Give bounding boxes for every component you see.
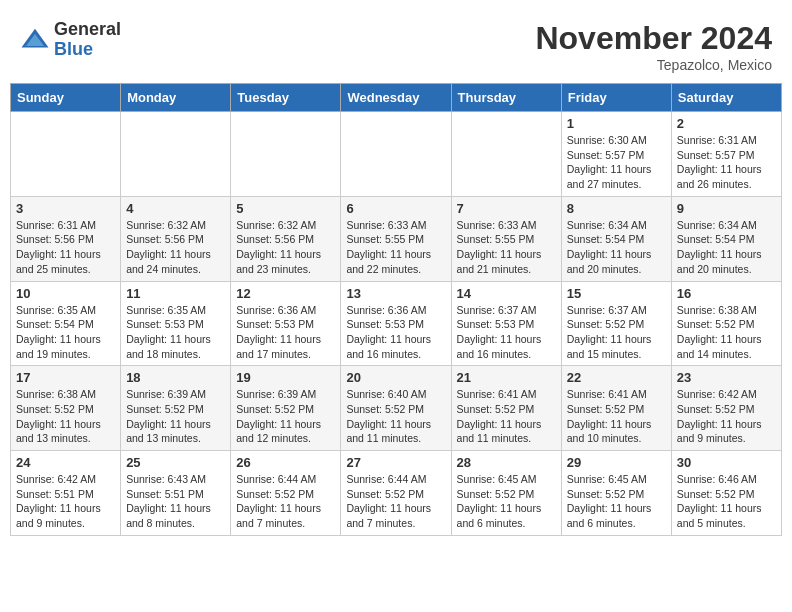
logo-text: General Blue <box>54 20 121 60</box>
calendar-week-row: 10Sunrise: 6:35 AM Sunset: 5:54 PM Dayli… <box>11 281 782 366</box>
weekday-header: Sunday <box>11 84 121 112</box>
day-number: 9 <box>677 201 776 216</box>
day-info: Sunrise: 6:43 AM Sunset: 5:51 PM Dayligh… <box>126 472 225 531</box>
day-info: Sunrise: 6:31 AM Sunset: 5:56 PM Dayligh… <box>16 218 115 277</box>
day-number: 29 <box>567 455 666 470</box>
calendar-cell: 30Sunrise: 6:46 AM Sunset: 5:52 PM Dayli… <box>671 451 781 536</box>
day-info: Sunrise: 6:41 AM Sunset: 5:52 PM Dayligh… <box>457 387 556 446</box>
weekday-header: Tuesday <box>231 84 341 112</box>
calendar-cell: 1Sunrise: 6:30 AM Sunset: 5:57 PM Daylig… <box>561 112 671 197</box>
day-info: Sunrise: 6:42 AM Sunset: 5:52 PM Dayligh… <box>677 387 776 446</box>
day-number: 16 <box>677 286 776 301</box>
day-info: Sunrise: 6:34 AM Sunset: 5:54 PM Dayligh… <box>567 218 666 277</box>
calendar-week-row: 1Sunrise: 6:30 AM Sunset: 5:57 PM Daylig… <box>11 112 782 197</box>
day-info: Sunrise: 6:32 AM Sunset: 5:56 PM Dayligh… <box>126 218 225 277</box>
calendar-cell: 20Sunrise: 6:40 AM Sunset: 5:52 PM Dayli… <box>341 366 451 451</box>
day-number: 19 <box>236 370 335 385</box>
day-info: Sunrise: 6:46 AM Sunset: 5:52 PM Dayligh… <box>677 472 776 531</box>
day-info: Sunrise: 6:37 AM Sunset: 5:52 PM Dayligh… <box>567 303 666 362</box>
calendar-cell: 28Sunrise: 6:45 AM Sunset: 5:52 PM Dayli… <box>451 451 561 536</box>
month-title: November 2024 <box>535 20 772 57</box>
weekday-header: Saturday <box>671 84 781 112</box>
weekday-header: Monday <box>121 84 231 112</box>
day-number: 25 <box>126 455 225 470</box>
day-number: 24 <box>16 455 115 470</box>
calendar-cell: 2Sunrise: 6:31 AM Sunset: 5:57 PM Daylig… <box>671 112 781 197</box>
day-info: Sunrise: 6:45 AM Sunset: 5:52 PM Dayligh… <box>567 472 666 531</box>
day-number: 12 <box>236 286 335 301</box>
weekday-header: Friday <box>561 84 671 112</box>
day-info: Sunrise: 6:42 AM Sunset: 5:51 PM Dayligh… <box>16 472 115 531</box>
day-info: Sunrise: 6:38 AM Sunset: 5:52 PM Dayligh… <box>677 303 776 362</box>
logo: General Blue <box>20 20 121 60</box>
day-info: Sunrise: 6:31 AM Sunset: 5:57 PM Dayligh… <box>677 133 776 192</box>
calendar-cell: 22Sunrise: 6:41 AM Sunset: 5:52 PM Dayli… <box>561 366 671 451</box>
calendar-week-row: 3Sunrise: 6:31 AM Sunset: 5:56 PM Daylig… <box>11 196 782 281</box>
calendar-cell: 9Sunrise: 6:34 AM Sunset: 5:54 PM Daylig… <box>671 196 781 281</box>
day-info: Sunrise: 6:41 AM Sunset: 5:52 PM Dayligh… <box>567 387 666 446</box>
calendar-cell: 21Sunrise: 6:41 AM Sunset: 5:52 PM Dayli… <box>451 366 561 451</box>
calendar-cell <box>121 112 231 197</box>
day-info: Sunrise: 6:33 AM Sunset: 5:55 PM Dayligh… <box>457 218 556 277</box>
calendar-cell: 17Sunrise: 6:38 AM Sunset: 5:52 PM Dayli… <box>11 366 121 451</box>
day-info: Sunrise: 6:33 AM Sunset: 5:55 PM Dayligh… <box>346 218 445 277</box>
day-info: Sunrise: 6:39 AM Sunset: 5:52 PM Dayligh… <box>236 387 335 446</box>
logo-blue: Blue <box>54 40 121 60</box>
calendar-cell: 7Sunrise: 6:33 AM Sunset: 5:55 PM Daylig… <box>451 196 561 281</box>
day-number: 20 <box>346 370 445 385</box>
day-number: 7 <box>457 201 556 216</box>
day-info: Sunrise: 6:36 AM Sunset: 5:53 PM Dayligh… <box>236 303 335 362</box>
day-number: 5 <box>236 201 335 216</box>
day-number: 1 <box>567 116 666 131</box>
day-number: 23 <box>677 370 776 385</box>
day-number: 3 <box>16 201 115 216</box>
day-info: Sunrise: 6:35 AM Sunset: 5:53 PM Dayligh… <box>126 303 225 362</box>
calendar-cell: 12Sunrise: 6:36 AM Sunset: 5:53 PM Dayli… <box>231 281 341 366</box>
day-info: Sunrise: 6:35 AM Sunset: 5:54 PM Dayligh… <box>16 303 115 362</box>
calendar-cell: 6Sunrise: 6:33 AM Sunset: 5:55 PM Daylig… <box>341 196 451 281</box>
day-info: Sunrise: 6:34 AM Sunset: 5:54 PM Dayligh… <box>677 218 776 277</box>
day-number: 17 <box>16 370 115 385</box>
location: Tepazolco, Mexico <box>535 57 772 73</box>
calendar-cell: 5Sunrise: 6:32 AM Sunset: 5:56 PM Daylig… <box>231 196 341 281</box>
day-number: 4 <box>126 201 225 216</box>
day-number: 26 <box>236 455 335 470</box>
calendar-cell: 3Sunrise: 6:31 AM Sunset: 5:56 PM Daylig… <box>11 196 121 281</box>
day-number: 11 <box>126 286 225 301</box>
calendar-cell: 8Sunrise: 6:34 AM Sunset: 5:54 PM Daylig… <box>561 196 671 281</box>
day-number: 30 <box>677 455 776 470</box>
day-info: Sunrise: 6:39 AM Sunset: 5:52 PM Dayligh… <box>126 387 225 446</box>
calendar-cell: 25Sunrise: 6:43 AM Sunset: 5:51 PM Dayli… <box>121 451 231 536</box>
day-info: Sunrise: 6:38 AM Sunset: 5:52 PM Dayligh… <box>16 387 115 446</box>
day-number: 28 <box>457 455 556 470</box>
title-block: November 2024 Tepazolco, Mexico <box>535 20 772 73</box>
day-number: 6 <box>346 201 445 216</box>
calendar-header-row: SundayMondayTuesdayWednesdayThursdayFrid… <box>11 84 782 112</box>
day-info: Sunrise: 6:37 AM Sunset: 5:53 PM Dayligh… <box>457 303 556 362</box>
day-number: 2 <box>677 116 776 131</box>
calendar-cell: 16Sunrise: 6:38 AM Sunset: 5:52 PM Dayli… <box>671 281 781 366</box>
logo-general: General <box>54 20 121 40</box>
calendar-cell <box>451 112 561 197</box>
day-number: 22 <box>567 370 666 385</box>
day-number: 10 <box>16 286 115 301</box>
calendar-cell: 13Sunrise: 6:36 AM Sunset: 5:53 PM Dayli… <box>341 281 451 366</box>
calendar-cell: 26Sunrise: 6:44 AM Sunset: 5:52 PM Dayli… <box>231 451 341 536</box>
calendar-cell: 14Sunrise: 6:37 AM Sunset: 5:53 PM Dayli… <box>451 281 561 366</box>
day-info: Sunrise: 6:40 AM Sunset: 5:52 PM Dayligh… <box>346 387 445 446</box>
day-number: 14 <box>457 286 556 301</box>
calendar-cell <box>11 112 121 197</box>
day-info: Sunrise: 6:45 AM Sunset: 5:52 PM Dayligh… <box>457 472 556 531</box>
day-info: Sunrise: 6:30 AM Sunset: 5:57 PM Dayligh… <box>567 133 666 192</box>
calendar-week-row: 24Sunrise: 6:42 AM Sunset: 5:51 PM Dayli… <box>11 451 782 536</box>
calendar-cell: 18Sunrise: 6:39 AM Sunset: 5:52 PM Dayli… <box>121 366 231 451</box>
calendar-table: SundayMondayTuesdayWednesdayThursdayFrid… <box>10 83 782 536</box>
day-number: 8 <box>567 201 666 216</box>
weekday-header: Wednesday <box>341 84 451 112</box>
weekday-header: Thursday <box>451 84 561 112</box>
day-info: Sunrise: 6:44 AM Sunset: 5:52 PM Dayligh… <box>346 472 445 531</box>
page-header: General Blue November 2024 Tepazolco, Me… <box>10 10 782 78</box>
calendar-cell <box>231 112 341 197</box>
calendar-cell: 10Sunrise: 6:35 AM Sunset: 5:54 PM Dayli… <box>11 281 121 366</box>
calendar-cell: 29Sunrise: 6:45 AM Sunset: 5:52 PM Dayli… <box>561 451 671 536</box>
